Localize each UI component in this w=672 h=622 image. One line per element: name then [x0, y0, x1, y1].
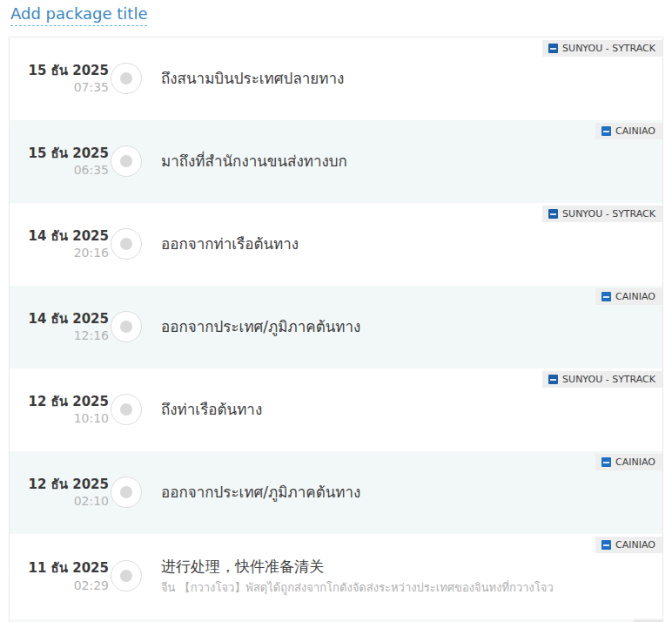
event-content: 进行处理，快件准备清关 จีน 【กวางโจว】พัสดุได้ถูกส่งจ… [161, 534, 654, 619]
event-text: ถึงท่าเรือต้นทาง [161, 400, 654, 420]
carrier-badge: SUNYOU - SYTRACK [542, 40, 662, 57]
timeline-event-row: SUNYOU - SYTRACK 15 ธัน 2025 07:35 ถึงสน… [10, 37, 662, 120]
event-date: 15 ธัน 2025 [29, 145, 109, 162]
event-datetime: 12 ธัน 2025 10:10 [10, 368, 109, 451]
event-text: มาถึงที่สำนักงานขนส่งทางบก [161, 152, 654, 172]
event-content: มาถึงที่สำนักงานขนส่งทางบก [161, 120, 654, 203]
timeline-event-row: CAINIAO 15 ธัน 2025 06:35 มาถึงที่สำนักง… [10, 120, 662, 203]
event-content: ออกจากประเทศ/ภูมิภาคต้นทาง [161, 286, 654, 368]
event-content: ออกจากประเทศ/ภูมิภาคต้นทาง [161, 451, 654, 534]
timeline-event-row: CAINIAO 14 ธัน 2025 12:16 ออกจากประเทศ/ภ… [10, 286, 662, 368]
event-datetime: 11 ธัน 2025 02:29 [10, 534, 109, 619]
event-text: ถึงสนามบินประเทศปลายทาง [161, 69, 654, 89]
carrier-name: CAINIAO [615, 539, 655, 551]
carrier-badge: CAINIAO [595, 537, 662, 553]
event-time: 20:16 [74, 245, 109, 260]
carrier-badge: SUNYOU - SYTRACK [542, 206, 662, 222]
event-datetime: 15 ธัน 2025 07:35 [10, 37, 109, 120]
carrier-badge: CAINIAO [595, 288, 662, 305]
event-datetime: 15 ธัน 2025 06:35 [10, 120, 109, 203]
timeline-marker-icon [111, 228, 142, 260]
add-package-title-link[interactable]: Add package title [10, 4, 147, 26]
event-date: 12 ธัน 2025 [29, 477, 109, 493]
event-time: 07:35 [74, 79, 109, 95]
timeline-dot-icon [120, 72, 132, 85]
timeline-marker-icon [111, 477, 142, 508]
carrier-name: CAINIAO [615, 456, 655, 468]
carrier-name: SUNYOU - SYTRACK [562, 43, 655, 54]
timeline-dot-icon [120, 486, 132, 498]
cainiao-logo-icon [601, 292, 611, 301]
carrier-name: CAINIAO [615, 125, 655, 137]
timeline-event-row: CAINIAO 12 ธัน 2025 02:10 ออกจากประเทศ/ภ… [10, 451, 662, 534]
event-text: 进行处理，快件准备清关 [161, 557, 654, 577]
tracking-timeline-card: SUNYOU - SYTRACK 15 ธัน 2025 07:35 ถึงสน… [9, 37, 663, 622]
event-text: ออกจากท่าเรือต้นทาง [161, 234, 654, 254]
event-date: 14 ธัน 2025 [29, 228, 109, 245]
carrier-badge: SUNYOU - SYTRACK [542, 371, 662, 388]
timeline-marker-icon [111, 560, 142, 592]
event-datetime: 12 ธัน 2025 02:10 [10, 451, 109, 534]
carrier-badge: CAINIAO [595, 454, 662, 470]
carrier-name: SUNYOU - SYTRACK [562, 208, 655, 220]
event-date: 15 ธัน 2025 [29, 63, 109, 79]
cainiao-logo-icon [601, 540, 611, 550]
timeline-event-row: SUNYOU - SYTRACK 14 ธัน 2025 20:16 ออกจา… [10, 203, 662, 286]
event-text: ออกจากประเทศ/ภูมิภาคต้นทาง [161, 317, 654, 337]
event-text: ออกจากประเทศ/ภูมิภาคต้นทาง [161, 483, 654, 503]
timeline-dot-icon [120, 403, 132, 416]
cainiao-logo-icon [601, 457, 611, 467]
cainiao-logo-icon [601, 126, 611, 136]
timeline-marker-icon [111, 145, 142, 177]
event-time: 10:10 [74, 410, 109, 426]
timeline-event-row: CAINIAO 11 ธัน 2025 02:29 进行处理，快件准备清关 จี… [10, 534, 662, 619]
event-date: 11 ธัน 2025 [29, 560, 109, 577]
sunyou-logo-icon [548, 375, 558, 384]
timeline-dot-icon [120, 238, 132, 250]
event-time: 02:10 [74, 493, 109, 509]
event-subtext: จีน 【กวางโจว】พัสดุได้ถูกส่งจากโกดังจัดส่… [161, 579, 654, 597]
timeline-dot-icon [120, 570, 132, 582]
event-time: 02:29 [74, 578, 109, 593]
timeline-marker-icon [111, 394, 142, 425]
timeline-dot-icon [120, 321, 132, 333]
carrier-name: SUNYOU - SYTRACK [562, 374, 655, 385]
timeline-marker-icon [111, 311, 142, 342]
sunyou-logo-icon [548, 44, 558, 53]
event-date: 14 ธัน 2025 [29, 311, 109, 328]
event-datetime: 14 ธัน 2025 20:16 [10, 203, 109, 286]
event-time: 06:35 [74, 162, 109, 178]
timeline-dot-icon [120, 155, 132, 167]
sunyou-logo-icon [548, 209, 558, 219]
timeline-marker-icon [111, 63, 142, 94]
carrier-name: CAINIAO [615, 291, 655, 302]
event-time: 12:16 [74, 328, 109, 343]
timeline-event-row: SUNYOU - SYTRACK 12 ธัน 2025 10:10 ถึงท่… [10, 368, 662, 451]
event-datetime: 14 ธัน 2025 12:16 [10, 286, 109, 368]
carrier-badge: CAINIAO [595, 123, 662, 139]
event-date: 12 ธัน 2025 [29, 394, 109, 410]
